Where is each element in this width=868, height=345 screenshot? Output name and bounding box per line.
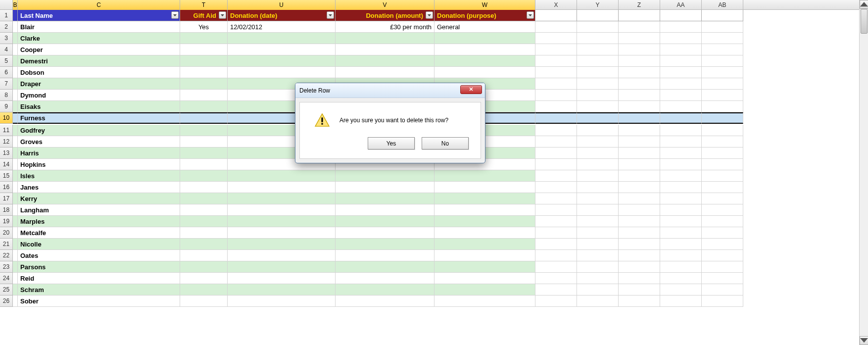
cell-donation-date[interactable] <box>228 193 336 204</box>
cell[interactable] <box>13 261 18 273</box>
cell-last-name[interactable]: Groves <box>18 136 180 148</box>
cell[interactable] <box>13 284 18 296</box>
cell-last-name[interactable]: Dobson <box>18 67 180 78</box>
cell-donation-date[interactable] <box>228 216 336 227</box>
cell[interactable] <box>702 193 743 204</box>
cell-donation-purpose[interactable] <box>434 273 535 284</box>
cell-gift-aid[interactable] <box>180 261 228 273</box>
cell-donation-amount[interactable] <box>336 296 434 307</box>
cell-donation-date[interactable] <box>228 44 336 55</box>
cell[interactable] <box>577 239 619 250</box>
row-header[interactable]: 21 <box>0 239 13 250</box>
table-row[interactable]: 4Cooper <box>0 44 868 55</box>
cell-donation-amount[interactable] <box>336 170 434 182</box>
cell[interactable] <box>660 250 702 261</box>
cell[interactable] <box>577 67 619 78</box>
cell[interactable] <box>535 261 577 273</box>
cell[interactable] <box>702 227 743 239</box>
cell[interactable] <box>702 216 743 227</box>
filter-button[interactable] <box>327 11 334 19</box>
col-header-ab[interactable]: AB <box>702 0 743 10</box>
cell[interactable] <box>619 284 660 296</box>
cell-donation-date[interactable] <box>228 33 336 44</box>
cell[interactable] <box>619 33 660 44</box>
cell-donation-date[interactable] <box>228 273 336 284</box>
cell[interactable] <box>535 21 577 33</box>
cell[interactable] <box>660 159 702 170</box>
row-header[interactable]: 4 <box>0 44 13 55</box>
cell[interactable] <box>577 125 619 136</box>
cell-donation-amount[interactable] <box>336 239 434 250</box>
cell-gift-aid[interactable] <box>180 44 228 55</box>
cell[interactable] <box>619 112 660 124</box>
table-row[interactable]: 25Schram <box>0 284 868 296</box>
cell[interactable] <box>13 273 18 284</box>
cell-donation-date[interactable] <box>228 261 336 273</box>
cell-last-name[interactable]: Kerry <box>18 193 180 204</box>
table-row[interactable]: 16Janes <box>0 182 868 193</box>
header-donation-amount[interactable]: Donation (amount) <box>336 10 434 21</box>
cell-donation-date[interactable] <box>228 67 336 78</box>
cell[interactable] <box>13 170 18 182</box>
table-row[interactable]: 5Demestri <box>0 55 868 67</box>
table-row[interactable]: 20Metcalfe <box>0 227 868 239</box>
cell-last-name[interactable]: Cooper <box>18 44 180 55</box>
cell[interactable] <box>702 204 743 216</box>
cell[interactable] <box>13 193 18 204</box>
cell[interactable] <box>577 21 619 33</box>
row-header[interactable]: 17 <box>0 193 13 204</box>
col-header-w[interactable]: W <box>434 0 535 10</box>
cell[interactable] <box>13 159 18 170</box>
cell[interactable] <box>660 170 702 182</box>
cell-last-name[interactable]: Metcalfe <box>18 227 180 239</box>
cell[interactable] <box>702 21 743 33</box>
cell[interactable] <box>577 148 619 159</box>
cell[interactable] <box>535 136 577 148</box>
cell[interactable] <box>535 284 577 296</box>
header-gift-aid[interactable]: Gift Aid <box>180 10 228 21</box>
cell[interactable] <box>619 296 660 307</box>
cell-last-name[interactable]: Hopkins <box>18 159 180 170</box>
cell-last-name[interactable]: Nicolle <box>18 239 180 250</box>
cell[interactable] <box>577 273 619 284</box>
cell[interactable] <box>535 112 577 124</box>
cell[interactable] <box>619 239 660 250</box>
cell[interactable] <box>535 33 577 44</box>
cell[interactable] <box>535 170 577 182</box>
cell[interactable] <box>619 182 660 193</box>
table-header-row[interactable]: 1Last NameGift AidDonation (date)Donatio… <box>0 10 868 21</box>
cell[interactable] <box>702 125 743 136</box>
cell[interactable] <box>577 216 619 227</box>
cell[interactable] <box>619 216 660 227</box>
cell[interactable] <box>619 67 660 78</box>
cell-last-name[interactable]: Demestri <box>18 55 180 67</box>
cell-donation-purpose[interactable] <box>434 204 535 216</box>
cell-donation-amount[interactable] <box>336 250 434 261</box>
cell[interactable] <box>13 78 18 90</box>
cell[interactable] <box>577 261 619 273</box>
cell[interactable] <box>13 90 18 101</box>
cell[interactable] <box>13 125 18 136</box>
cell[interactable] <box>13 101 18 112</box>
cell[interactable] <box>702 284 743 296</box>
filter-button[interactable] <box>426 11 433 19</box>
cell[interactable] <box>535 10 577 21</box>
row-header[interactable]: 11 <box>0 125 13 136</box>
row-header[interactable]: 13 <box>0 148 13 159</box>
cell[interactable] <box>660 148 702 159</box>
cell-donation-amount[interactable] <box>336 204 434 216</box>
cell[interactable] <box>619 55 660 67</box>
cell[interactable] <box>535 125 577 136</box>
cell-last-name[interactable]: Dymond <box>18 90 180 101</box>
cell-gift-aid[interactable] <box>180 193 228 204</box>
cell[interactable] <box>619 250 660 261</box>
cell-donation-date[interactable] <box>228 170 336 182</box>
table-row[interactable]: 24Reid <box>0 273 868 284</box>
cell[interactable] <box>619 21 660 33</box>
cell[interactable] <box>702 78 743 90</box>
cell[interactable] <box>702 90 743 101</box>
cell-donation-amount[interactable] <box>336 33 434 44</box>
cell-last-name[interactable]: Oates <box>18 250 180 261</box>
cell-gift-aid[interactable] <box>180 182 228 193</box>
row-header[interactable]: 20 <box>0 227 13 239</box>
